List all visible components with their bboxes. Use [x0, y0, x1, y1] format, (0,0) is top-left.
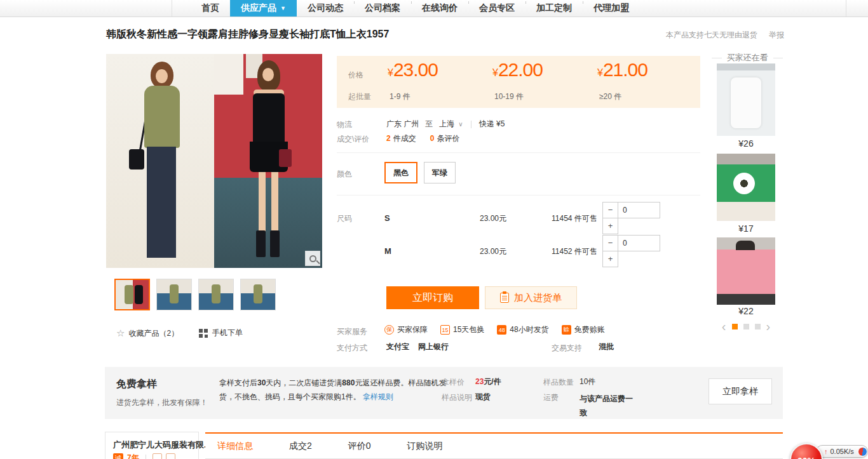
divider: [337, 152, 700, 153]
tier1-price: ¥23.00: [388, 59, 438, 81]
sidebar-product-3-image[interactable]: [717, 237, 775, 305]
tab-detail-info[interactable]: 详细信息: [217, 441, 253, 452]
mobile-order-button[interactable]: 手机下单: [199, 328, 243, 338]
add-to-cart-label: 加入进货单: [514, 292, 562, 304]
plus-button[interactable]: +: [602, 251, 618, 267]
sidebar-pager: ‹ ›: [717, 321, 775, 331]
minus-button[interactable]: −: [602, 235, 618, 251]
review-count-item[interactable]: 0条评价: [430, 133, 460, 144]
pager-dot-2[interactable]: [743, 324, 749, 329]
company-badges: 诚 7年: [113, 453, 175, 459]
title-right: 本产品支持七天无理由退货 举报: [666, 30, 784, 41]
sidebar-product-3-price: ¥22: [717, 306, 775, 316]
payment-online-bank[interactable]: 网上银行: [418, 342, 449, 352]
nav-divider: [172, 0, 172, 17]
sidebar-product-1-image[interactable]: [717, 63, 775, 136]
service-free-credit[interactable]: 赊 免费赊账: [562, 324, 605, 335]
pager-left-icon[interactable]: ‹: [722, 321, 726, 331]
color-label: 颜色: [337, 169, 352, 180]
tier3-price: ¥21.00: [597, 59, 648, 81]
thumbnail-3[interactable]: [198, 279, 234, 310]
nav-item-agency[interactable]: 代理加盟: [583, 0, 640, 17]
size-m-stock: 11452 件可售: [552, 246, 597, 257]
price-label: 价格: [348, 70, 363, 81]
tab-deals[interactable]: 成交2: [289, 441, 312, 452]
nav-item-label: 供应产品: [241, 3, 276, 14]
size-s-stock: 11454 件可售: [552, 213, 597, 224]
page: 首页 供应产品 ▼ 公司动态 公司档案 在线询价 会员专区 加工定制 代理加盟 …: [0, 0, 868, 459]
quantity-input-m[interactable]: [618, 235, 660, 251]
qr-code-icon: [199, 329, 208, 338]
color-option-black[interactable]: 黑色: [384, 162, 417, 183]
minus-button[interactable]: −: [602, 202, 618, 218]
sample-rules-link[interactable]: 拿样规则: [363, 392, 393, 401]
nav-item-custom[interactable]: 加工定制: [526, 0, 583, 17]
credit-badge-icon: 赊: [562, 325, 571, 335]
plus-button[interactable]: +: [602, 218, 618, 234]
deal-count-item[interactable]: 2件成交: [386, 133, 416, 144]
company-card: 广州肥宁儿大码服装有限... 诚 7年: [105, 432, 199, 459]
favorite-button[interactable]: ☆ 收藏产品（2）: [116, 328, 179, 339]
size-label: 尺码: [337, 213, 352, 224]
buyer-services: 保 买家保障 15 15天包换 48 48小时发货 赊 免费赊账: [384, 324, 605, 335]
nav-item-member-zone[interactable]: 会员专区: [468, 0, 526, 17]
payment-methods: 支付宝 网上银行: [386, 342, 449, 352]
pager-right-icon[interactable]: ›: [766, 321, 771, 331]
logistics-destination[interactable]: 上海: [439, 119, 454, 130]
favorite-label: 收藏产品（2）: [128, 328, 179, 339]
size-s-price: 23.00元: [480, 213, 506, 224]
nav-item-company-news[interactable]: 公司动态: [297, 0, 354, 17]
tab-order-notes[interactable]: 订购说明: [407, 441, 443, 452]
main-nav: 首页 供应产品 ▼ 公司动态 公司档案 在线询价 会员专区 加工定制 代理加盟: [191, 0, 640, 17]
logistics-to-word: 至: [425, 119, 433, 130]
tier1-qty: 1-9 件: [390, 91, 410, 102]
payment-label: 支付方式: [337, 343, 367, 354]
sample-description: 拿样支付后30天内，二次店铺进货满880元返还样品费。样品随机发货，不挑色、挑码…: [219, 376, 449, 404]
sidebar-product-2-image[interactable]: [717, 154, 775, 221]
thumbnail-4[interactable]: [240, 279, 276, 310]
48h-badge-icon: 48: [497, 325, 506, 335]
pager-dot-1[interactable]: [732, 324, 738, 329]
cert-icon: [153, 453, 162, 459]
order-now-button[interactable]: 立即订购: [386, 286, 479, 309]
payment-alipay[interactable]: 支付宝: [386, 342, 409, 352]
service-15day-exchange[interactable]: 15 15天包换: [440, 324, 484, 335]
sidebar-product-1-price: ¥26: [717, 138, 775, 149]
trade-support-value: 混批: [599, 342, 614, 352]
services-label: 买家服务: [337, 326, 367, 337]
service-guarantee[interactable]: 保 买家保障: [384, 324, 428, 335]
report-link[interactable]: 举报: [769, 30, 784, 41]
chevron-down-icon: ▼: [280, 5, 286, 11]
company-name[interactable]: 广州肥宁儿大码服装有限...: [113, 439, 211, 451]
nav-item-inquiry[interactable]: 在线询价: [411, 0, 468, 17]
service-48h-shipping[interactable]: 48 48小时发货: [497, 324, 548, 335]
color-option-army-green[interactable]: 军绿: [424, 162, 456, 183]
magnifier-icon[interactable]: [305, 251, 320, 266]
sample-desc-value: 现货: [475, 392, 491, 402]
page-title: 韩版秋冬新性感一字领露肩挂脖修身显瘦长袖打底T恤上衣1957: [106, 28, 389, 41]
sidebar-product-2-price: ¥17: [717, 223, 775, 234]
size-row-s: S: [384, 213, 390, 223]
pager-dot-3[interactable]: [755, 324, 761, 329]
size-m-price: 23.00元: [480, 246, 506, 257]
percent-ball-widget[interactable]: 90%: [790, 443, 823, 459]
sidebar-title: 买家还在看: [712, 52, 783, 63]
thumbnail-1[interactable]: [114, 279, 150, 310]
sample-desc-label: 样品说明: [442, 392, 472, 403]
deals-value: 2件成交 0条评价: [386, 133, 459, 144]
price-panel: 价格 起批量 ¥23.00 ¥22.00 ¥21.00 1-9 件 10-19 …: [337, 56, 700, 108]
safety-ball-icon[interactable]: [858, 447, 867, 456]
guarantee-badge-icon: 保: [384, 325, 394, 335]
deals-label: 成交\评价: [337, 134, 369, 145]
tab-reviews[interactable]: 评价0: [348, 441, 371, 452]
thumbnail-2[interactable]: [156, 279, 192, 310]
add-to-cart-button[interactable]: 加入进货单: [485, 286, 577, 309]
get-sample-button[interactable]: 立即拿样: [709, 378, 772, 404]
quantity-input-s[interactable]: [618, 202, 660, 218]
nav-item-products[interactable]: 供应产品 ▼: [230, 0, 297, 17]
nav-item-company-profile[interactable]: 公司档案: [354, 0, 411, 17]
product-main-image[interactable]: [106, 54, 322, 268]
quantity-stepper-m: − +: [602, 235, 660, 268]
nav-item-home[interactable]: 首页: [191, 0, 230, 17]
chevron-down-icon[interactable]: ∨: [458, 121, 463, 128]
